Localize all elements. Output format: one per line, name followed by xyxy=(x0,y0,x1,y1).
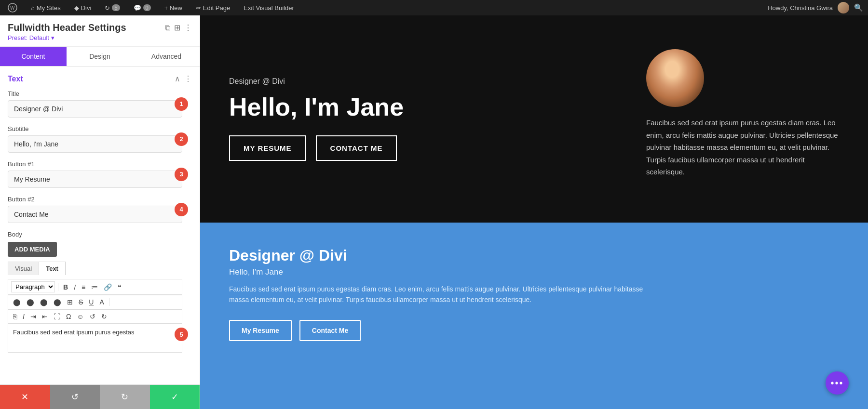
button2-badge: 4 xyxy=(175,203,188,216)
bullet-list-button[interactable]: ≡ xyxy=(80,282,87,292)
italic-button[interactable]: I xyxy=(72,282,78,292)
title-label: Title xyxy=(8,90,182,97)
editor-tabs: Visual Text xyxy=(8,262,66,275)
undo-button[interactable]: ↺ xyxy=(88,312,97,321)
title-input[interactable] xyxy=(8,100,182,118)
comments-item[interactable]: 💬 0 xyxy=(131,2,154,13)
text-tab[interactable]: Text xyxy=(39,262,66,275)
my-sites-label: My Sites xyxy=(37,4,61,12)
divi-label: Divi xyxy=(81,4,92,12)
hero-body-text: Faucibus sed sed erat ipsum purus egesta… xyxy=(646,117,839,178)
hero-contact-button[interactable]: CONTACT ME xyxy=(316,135,397,161)
blue-section-subtitle: Hello, I'm Jane xyxy=(229,267,839,277)
tab-design[interactable]: Design xyxy=(67,47,133,66)
panel-body: Text ∧ ⋮ Title 1 Subtitle xyxy=(0,66,200,384)
paste-button[interactable]: ⎘ xyxy=(11,312,19,321)
numbered-list-button[interactable]: ≔ xyxy=(89,282,100,292)
panel-footer: ✕ ↺ ↻ ✓ xyxy=(0,384,200,409)
blue-section-title: Designer @ Divi xyxy=(229,247,839,264)
exit-builder-item[interactable]: Exit Visual Builder xyxy=(241,2,297,13)
hero-title: Hello, I'm Jane xyxy=(229,93,627,121)
outdent-button[interactable]: ⇤ xyxy=(40,312,50,321)
table-button[interactable]: ⊞ xyxy=(65,297,75,307)
title-field-group: Title xyxy=(8,90,182,118)
edit-page-item[interactable]: ✏ Edit Page xyxy=(193,2,233,13)
tab-advanced[interactable]: Advanced xyxy=(133,47,200,66)
body-field-wrap: Body ADD MEDIA Visual Text Paragraph B I xyxy=(8,231,182,353)
comment-count-badge: 5 xyxy=(112,4,120,11)
indent-button[interactable]: ⇥ xyxy=(28,312,38,321)
search-icon[interactable]: 🔍 xyxy=(854,3,863,12)
link-button[interactable]: 🔗 xyxy=(102,282,114,292)
hero-avatar xyxy=(646,49,704,107)
blue-contact-button[interactable]: Contact Me xyxy=(299,320,361,341)
refresh-icon: ↻ xyxy=(105,4,110,12)
fab-button[interactable]: ••• xyxy=(826,371,849,395)
add-media-button[interactable]: ADD MEDIA xyxy=(8,242,57,257)
restore-icon[interactable]: ⧉ xyxy=(165,23,170,32)
howdy-text: Howdy, Christina Gwira xyxy=(768,4,833,12)
blue-section-body: Faucibus sed sed erat ipsum purus egesta… xyxy=(229,284,663,305)
button1-label: Button #1 xyxy=(8,160,182,168)
cancel-button[interactable]: ✕ xyxy=(0,385,50,409)
reset-button[interactable]: ↺ xyxy=(50,385,100,409)
subtitle-input[interactable] xyxy=(8,135,182,153)
admin-bar: W ⌂ My Sites ◆ Divi ↻ 5 💬 0 + New ✏ Edit… xyxy=(0,0,868,15)
section-title: Text xyxy=(8,75,23,83)
special-char-button[interactable]: Ω xyxy=(64,312,73,321)
visual-tab[interactable]: Visual xyxy=(8,262,39,275)
edit-icon: ✏ xyxy=(196,4,201,12)
color-button[interactable]: A xyxy=(97,297,106,307)
italic2-button[interactable]: I xyxy=(21,312,27,321)
avatar xyxy=(838,2,849,13)
preset-arrow-icon[interactable]: ▾ xyxy=(51,34,54,41)
columns-icon[interactable]: ⊞ xyxy=(174,23,180,32)
redo-footer-button[interactable]: ↻ xyxy=(100,385,150,409)
new-item[interactable]: + New xyxy=(162,2,185,13)
settings-panel: Fullwidth Header Settings ⧉ ⊞ ⋮ Preset: … xyxy=(0,15,200,409)
my-sites-item[interactable]: ⌂ My Sites xyxy=(28,2,64,13)
editor-content[interactable]: Faucibus sed sed erat ipsum purus egesta… xyxy=(8,324,182,353)
toolbar-row1: Paragraph B I ≡ ≔ 🔗 ❝ xyxy=(8,279,182,295)
hero-buttons: MY RESUME CONTACT ME xyxy=(229,135,627,161)
button2-field-wrap: Button #2 4 xyxy=(8,196,182,223)
fullscreen-button[interactable]: ⛶ xyxy=(52,312,62,321)
hero-resume-button[interactable]: MY RESUME xyxy=(229,135,306,161)
align-left-button[interactable]: ⬤ xyxy=(11,297,23,307)
emoji-button[interactable]: ☺ xyxy=(75,312,85,321)
more-options-icon[interactable]: ⋮ xyxy=(184,23,192,32)
comment-count-item[interactable]: ↻ 5 xyxy=(102,2,122,13)
preset-label: Preset: Default ▾ xyxy=(8,34,192,41)
strikethrough-button[interactable]: S xyxy=(77,297,85,307)
button1-field-group: Button #1 xyxy=(8,160,182,188)
hero-right: Faucibus sed sed erat ipsum purus egesta… xyxy=(646,40,839,198)
tab-content[interactable]: Content xyxy=(0,47,67,66)
exit-builder-label: Exit Visual Builder xyxy=(244,4,294,12)
text-section-header: Text ∧ ⋮ xyxy=(8,74,192,83)
button1-input[interactable] xyxy=(8,171,182,188)
subtitle-field-group: Subtitle xyxy=(8,125,182,153)
align-justify-button[interactable]: ⬤ xyxy=(52,297,63,307)
wp-logo-item[interactable]: W xyxy=(5,1,20,14)
section-menu-icon[interactable]: ⋮ xyxy=(184,74,192,83)
divi-item[interactable]: ◆ Divi xyxy=(71,2,95,13)
redo-button[interactable]: ↻ xyxy=(99,312,109,321)
collapse-icon[interactable]: ∧ xyxy=(175,74,180,83)
bold-button[interactable]: B xyxy=(61,282,70,292)
hero-section: Designer @ Divi Hello, I'm Jane MY RESUM… xyxy=(200,15,868,223)
toolbar-row2: ⬤ ⬤ ⬤ ⬤ ⊞ S U A xyxy=(8,295,182,309)
paragraph-select[interactable]: Paragraph xyxy=(11,281,55,292)
button2-input[interactable] xyxy=(8,206,182,223)
panel-title: Fullwidth Header Settings xyxy=(8,22,126,33)
preset-text: Preset: Default xyxy=(8,34,49,41)
save-button[interactable]: ✓ xyxy=(150,385,200,409)
align-right-button[interactable]: ⬤ xyxy=(38,297,50,307)
underline-button[interactable]: U xyxy=(87,297,95,307)
subtitle-label: Subtitle xyxy=(8,125,182,132)
blue-resume-button[interactable]: My Resume xyxy=(229,320,292,341)
button2-label: Button #2 xyxy=(8,196,182,203)
divi-icon: ◆ xyxy=(74,4,79,12)
align-center-button[interactable]: ⬤ xyxy=(25,297,36,307)
edit-page-label: Edit Page xyxy=(203,4,230,12)
quote-button[interactable]: ❝ xyxy=(116,282,123,292)
